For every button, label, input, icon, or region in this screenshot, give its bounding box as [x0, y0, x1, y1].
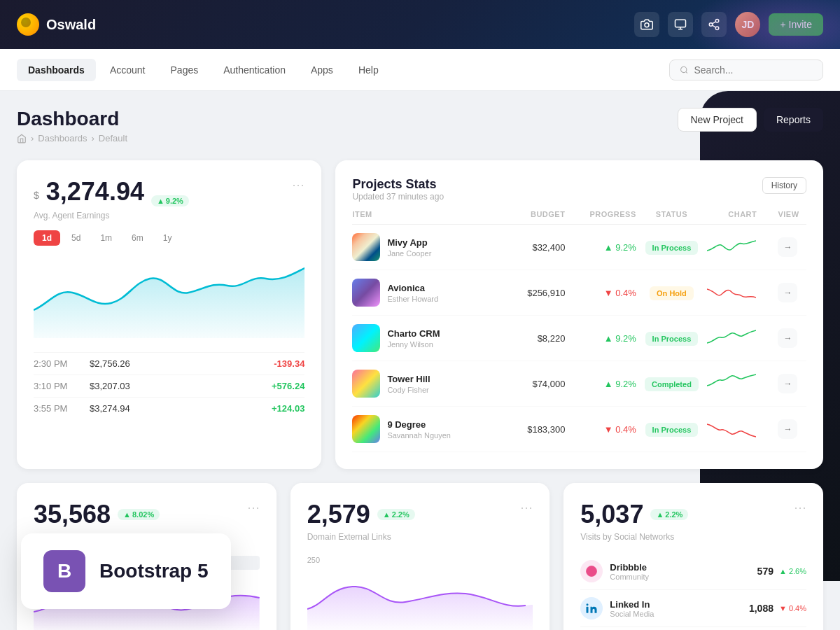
status-badge: In Process [645, 423, 699, 437]
dribbble-icon [580, 560, 603, 582]
more-options-icon[interactable]: ⋯ [247, 500, 260, 515]
view-button[interactable]: → [778, 283, 797, 302]
svg-line-7 [713, 25, 716, 27]
topbar-actions: JD + Invite [634, 12, 823, 37]
projects-title: Projects Stats [352, 177, 444, 192]
filter-1y[interactable]: 1y [155, 230, 181, 246]
share-icon[interactable] [701, 12, 727, 37]
projects-updated: Updated 37 minutes ago [352, 192, 444, 202]
domain-badge: ▲ 2.2% [377, 509, 415, 520]
earnings-card: $ 3,274.94 ▲ 9.2% Avg. Agent Earnings ⋯ … [17, 160, 321, 469]
view-button[interactable]: → [778, 237, 797, 257]
svg-point-4 [716, 20, 720, 23]
col-status: STATUS [636, 210, 707, 218]
social-item-linkedin: Linked In Social Media 1,088 ▼ 0.4% [580, 590, 806, 627]
earnings-value: 3,274.94 [46, 177, 144, 206]
domain-chart: 250 212.5 [307, 556, 533, 630]
more-options-icon[interactable]: ⋯ [520, 500, 533, 515]
menu-help[interactable]: Help [347, 59, 390, 81]
breadcrumb-dashboards: Dashboards [38, 133, 87, 144]
main-grid: $ 3,274.94 ▲ 9.2% Avg. Agent Earnings ⋯ … [17, 160, 823, 469]
menubar: Dashboards Account Pages Authentication … [0, 49, 840, 91]
earnings-row: 3:55 PM $3,274.94 +124.03 [34, 397, 304, 419]
col-chart: CHART [707, 210, 778, 218]
more-options-icon[interactable]: ⋯ [292, 177, 304, 192]
status-badge: Completed [645, 377, 699, 391]
project-item: Mivy App Jane Cooper [352, 233, 494, 261]
more-options-icon[interactable]: ⋯ [794, 500, 806, 515]
monitor-icon[interactable] [668, 12, 693, 37]
invite-button[interactable]: + Invite [769, 13, 823, 36]
search-area [669, 59, 823, 80]
earnings-rows: 2:30 PM $2,756.26 -139.34 3:10 PM $3,207… [34, 352, 304, 419]
projects-header: Projects Stats Updated 37 minutes ago Hi… [352, 177, 806, 202]
new-project-button[interactable]: New Project [678, 108, 757, 132]
project-item: Tower Hill Cody Fisher [352, 370, 494, 398]
mini-chart [707, 328, 778, 349]
project-thumb-avionica [352, 279, 380, 307]
project-thumb-charto [352, 324, 380, 352]
earnings-chart [34, 254, 304, 341]
menu-apps[interactable]: Apps [300, 59, 344, 81]
earnings-currency: $ [34, 190, 39, 201]
filter-1m[interactable]: 1m [92, 230, 120, 246]
project-thumb-tower [352, 370, 380, 398]
social-value: 5,037 [580, 500, 643, 529]
social-card: 5,037 ▲ 2.2% Visits by Social Networks ⋯… [564, 483, 823, 630]
mini-chart [707, 373, 778, 394]
filter-1d[interactable]: 1d [34, 230, 60, 246]
search-input[interactable] [694, 64, 813, 76]
svg-point-13 [587, 603, 589, 606]
topbar: Oswald JD + Invite [0, 0, 840, 49]
earnings-row: 3:10 PM $3,207.03 +576.24 [34, 374, 304, 397]
status-badge: On Hold [650, 286, 694, 300]
mini-chart [707, 419, 778, 440]
bootstrap-card: B Bootstrap 5 [21, 533, 231, 609]
filter-6m[interactable]: 6m [123, 230, 152, 246]
project-item: Charto CRM Jenny Wilson [352, 324, 494, 352]
project-row-tower: Tower Hill Cody Fisher $74,000 ▲ 9.2% Co… [352, 361, 806, 407]
mini-chart [707, 237, 778, 258]
camera-icon[interactable] [634, 12, 659, 37]
time-filters: 1d 5d 1m 6m 1y [34, 230, 304, 246]
breadcrumb-default: Default [99, 133, 127, 144]
col-item: ITEM [352, 210, 494, 218]
social-badge: ▲ 2.2% [650, 509, 688, 520]
social-list: Dribbble Community 579 ▲ 2.6% Linked In … [580, 553, 806, 630]
history-button[interactable]: History [762, 177, 806, 194]
menu-dashboards[interactable]: Dashboards [17, 59, 96, 81]
bootstrap-icon: B [43, 550, 85, 592]
filter-5d[interactable]: 5d [63, 230, 89, 246]
view-button[interactable]: → [778, 374, 797, 393]
project-item: Avionica Esther Howard [352, 279, 494, 307]
menu-pages[interactable]: Pages [160, 59, 210, 81]
status-badge: In Process [645, 241, 699, 255]
view-button[interactable]: → [778, 419, 797, 439]
search-icon [680, 65, 688, 75]
earnings-row: 2:30 PM $2,756.26 -139.34 [34, 352, 304, 374]
project-row-9degree: 9 Degree Savannah Nguyen $183,300 ▼ 0.4%… [352, 407, 806, 452]
earnings-badge: ▲ 9.2% [151, 195, 189, 206]
avatar[interactable]: JD [735, 12, 760, 37]
reports-button[interactable]: Reports [764, 108, 823, 132]
social-label: Visits by Social Networks [580, 532, 688, 542]
earnings-label: Avg. Agent Earnings [34, 211, 189, 220]
domain-label: Domain External Links [307, 532, 415, 542]
social-item-dribbble: Dribbble Community 579 ▲ 2.6% [580, 553, 806, 590]
project-item: 9 Degree Savannah Nguyen [352, 415, 494, 443]
breadcrumb: › Dashboards › Default [17, 133, 127, 144]
home-icon [17, 134, 27, 144]
svg-point-0 [645, 23, 649, 27]
menu-account[interactable]: Account [99, 59, 157, 81]
table-header: ITEM BUDGET PROGRESS STATUS CHART VIEW [352, 204, 806, 225]
svg-rect-12 [587, 607, 589, 613]
status-badge: In Process [645, 332, 699, 346]
domain-card: 2,579 ▲ 2.2% Domain External Links ⋯ 250 [290, 483, 550, 630]
page-header: Dashboard › Dashboards › Default New Pro… [17, 108, 823, 144]
svg-point-9 [681, 66, 687, 72]
domain-value: 2,579 [307, 500, 370, 529]
view-button[interactable]: → [778, 328, 797, 348]
col-view: VIEW [778, 210, 806, 218]
logo-text: Oswald [46, 17, 96, 33]
menu-authentication[interactable]: Authentication [212, 59, 297, 81]
